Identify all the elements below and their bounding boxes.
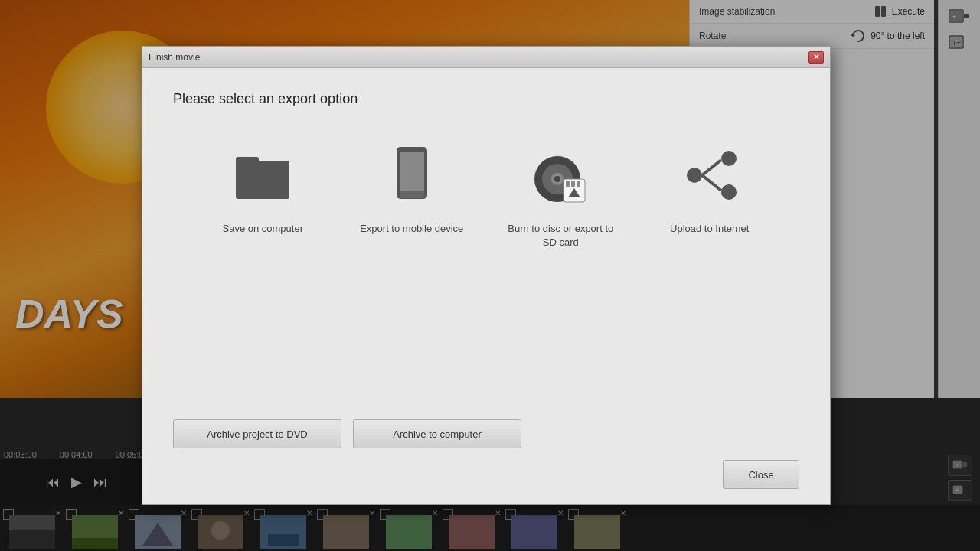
dialog-body: Please select an export option Save on c… (142, 68, 830, 408)
svg-point-41 (554, 176, 560, 182)
mobile-icon (389, 145, 435, 207)
archive-computer-button[interactable]: Archive to computer (353, 419, 521, 448)
dialog-titlebar: Finish movie ✕ (142, 47, 830, 68)
close-button-row: Close (173, 460, 799, 489)
archive-buttons-row: Archive project to DVD Archive to comput… (173, 419, 799, 448)
share-icon (679, 149, 740, 203)
dialog-heading: Please select an export option (173, 91, 799, 107)
share-icon-container (671, 138, 748, 214)
svg-rect-30 (236, 161, 289, 199)
save-computer-option[interactable]: Save on computer (205, 138, 320, 236)
dialog-close-bottom-button[interactable]: Close (723, 460, 799, 489)
folder-icon (232, 149, 293, 203)
folder-icon-container (224, 138, 301, 214)
svg-line-50 (702, 160, 721, 175)
burn-disc-option[interactable]: Burn to disc or export to SD card (503, 138, 618, 249)
svg-point-48 (721, 184, 737, 200)
svg-rect-37 (400, 194, 424, 198)
disc-icon-container (522, 138, 599, 214)
burn-disc-label: Burn to disc or export to SD card (503, 222, 618, 249)
finish-movie-dialog: Finish movie ✕ Please select an export o… (142, 46, 831, 505)
mobile-icon-container (374, 138, 450, 214)
upload-internet-label: Upload to Internet (670, 222, 749, 236)
dialog-bottom: Archive project to DVD Archive to comput… (142, 408, 830, 504)
svg-rect-31 (236, 157, 259, 165)
svg-rect-45 (577, 181, 580, 187)
svg-point-49 (687, 168, 702, 183)
export-options-container: Save on computer Export to mobile device (173, 138, 799, 385)
svg-rect-36 (400, 191, 424, 194)
svg-rect-43 (566, 181, 570, 187)
dialog-title: Finish movie (149, 52, 200, 63)
export-mobile-label: Export to mobile device (360, 222, 463, 236)
export-mobile-option[interactable]: Export to mobile device (354, 138, 469, 236)
svg-point-47 (721, 151, 737, 166)
save-computer-label: Save on computer (222, 222, 303, 236)
dialog-close-button[interactable]: ✕ (808, 51, 824, 64)
svg-line-51 (702, 175, 721, 191)
svg-rect-44 (571, 181, 575, 187)
svg-rect-33 (400, 152, 424, 191)
upload-internet-option[interactable]: Upload to Internet (652, 138, 767, 236)
disc-icon (530, 145, 591, 207)
archive-dvd-button[interactable]: Archive project to DVD (173, 419, 341, 448)
